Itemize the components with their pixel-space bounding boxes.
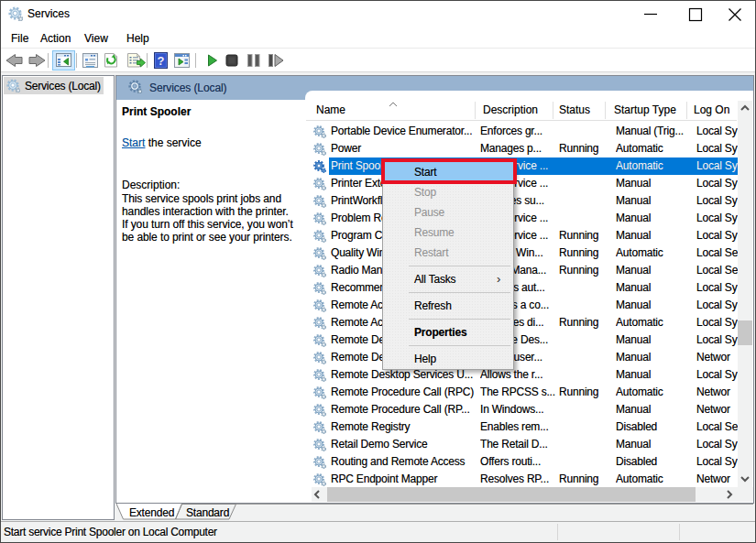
svg-text:?: ? bbox=[158, 54, 165, 68]
